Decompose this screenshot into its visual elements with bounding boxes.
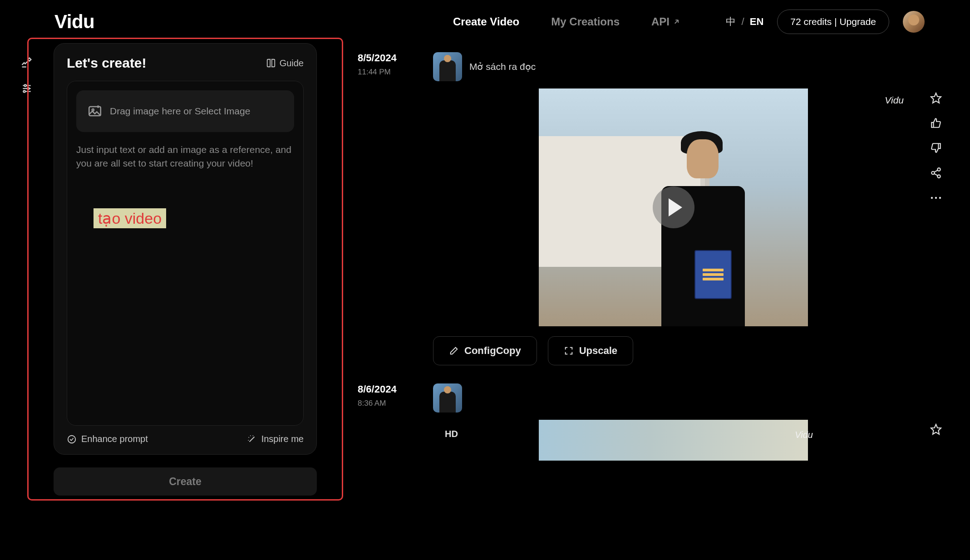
share-icon[interactable] <box>929 166 943 180</box>
create-panel-footer: Enhance prompt Inspire me <box>67 434 304 444</box>
svg-point-8 <box>68 435 76 443</box>
pen-tool-icon[interactable] <box>18 53 36 71</box>
video-watermark: Vidu <box>885 95 904 106</box>
nav-api[interactable]: API <box>651 15 680 28</box>
enhance-prompt-toggle[interactable]: Enhance prompt <box>67 434 148 444</box>
create-column: Let's create! Guide Drag image here or S… <box>54 43 344 496</box>
play-icon <box>669 198 682 216</box>
thumbs-down-icon[interactable] <box>929 141 943 155</box>
lang-separator: / <box>741 16 744 27</box>
app-header: Vidu Create Video My Creations API 中 / E… <box>0 0 970 43</box>
inspire-me-button[interactable]: Inspire me <box>247 434 304 444</box>
wand-icon <box>247 434 257 444</box>
dropzone-label: Drag image here or Select Image <box>110 106 250 117</box>
prompt-card: Drag image here or Select Image Just inp… <box>67 81 304 426</box>
sliders-icon[interactable] <box>18 79 36 98</box>
create-panel-header: Let's create! Guide <box>67 55 304 71</box>
entry-header: Mở sách ra đọc <box>433 52 947 81</box>
svg-line-13 <box>934 170 938 172</box>
guide-link[interactable]: Guide <box>266 58 304 69</box>
lang-cn: 中 <box>726 16 736 27</box>
svg-marker-18 <box>931 424 941 434</box>
svg-point-12 <box>937 175 940 178</box>
svg-point-5 <box>23 90 25 92</box>
svg-marker-9 <box>931 93 941 103</box>
video-preview[interactable]: Vidu <box>433 88 914 326</box>
svg-point-3 <box>25 84 26 86</box>
logo[interactable]: Vidu <box>54 11 94 33</box>
user-avatar[interactable] <box>903 11 925 33</box>
nav-api-label: API <box>651 15 670 28</box>
nav-my-creations[interactable]: My Creations <box>551 15 620 28</box>
entry-date: 8/5/2024 <box>358 52 417 64</box>
star-icon[interactable] <box>929 91 943 105</box>
entry-meta: 8/5/2024 11:44 PM <box>358 52 417 365</box>
credits-upgrade-button[interactable]: 72 credits | Upgrade <box>777 10 889 34</box>
svg-point-4 <box>27 88 29 89</box>
video-footer-buttons: ConfigCopy Upscale <box>433 336 947 365</box>
inspire-label: Inspire me <box>261 434 304 444</box>
image-upload-icon <box>87 103 103 119</box>
guide-label: Guide <box>280 58 304 69</box>
image-dropzone[interactable]: Drag image here or Select Image <box>76 90 294 132</box>
svg-line-14 <box>934 174 938 176</box>
create-button[interactable]: Create <box>54 467 317 496</box>
feed-entry: 8/6/2024 8:36 AM HD Vidu <box>358 383 947 461</box>
video-row: HD Vidu <box>433 420 947 461</box>
svg-point-15 <box>931 197 933 199</box>
svg-point-17 <box>939 197 941 199</box>
enhance-label: Enhance prompt <box>81 434 148 444</box>
creations-feed: 8/5/2024 11:44 PM Mở sách ra đọc <box>358 43 956 496</box>
entry-meta: 8/6/2024 8:36 AM <box>358 383 417 461</box>
book-icon <box>266 58 276 68</box>
video-actions <box>925 420 947 461</box>
svg-point-10 <box>937 168 940 171</box>
more-icon[interactable] <box>929 191 943 205</box>
lang-en: EN <box>750 16 764 27</box>
video-row: Vidu <box>433 88 947 326</box>
prompt-textarea[interactable]: Just input text or add an image as a ref… <box>76 143 294 171</box>
external-link-icon <box>672 18 680 26</box>
config-copy-button[interactable]: ConfigCopy <box>433 336 537 365</box>
create-panel: Let's create! Guide Drag image here or S… <box>54 43 317 455</box>
nav-create-video[interactable]: Create Video <box>453 15 519 28</box>
expand-icon <box>564 346 574 356</box>
header-right: 中 / EN 72 credits | Upgrade <box>726 10 925 34</box>
upscale-button[interactable]: Upscale <box>548 336 633 365</box>
video-actions <box>925 88 947 326</box>
left-rail <box>14 43 40 496</box>
check-circle-icon <box>67 434 77 444</box>
entry-header <box>433 383 947 413</box>
hd-badge: HD <box>445 429 458 439</box>
entry-time: 11:44 PM <box>358 68 417 77</box>
entry-thumbnail[interactable] <box>433 52 462 81</box>
entry-body: HD Vidu <box>433 383 947 461</box>
upscale-label: Upscale <box>579 345 617 357</box>
main-area: Let's create! Guide Drag image here or S… <box>0 43 970 496</box>
svg-point-16 <box>935 197 937 199</box>
feed-entry: 8/5/2024 11:44 PM Mở sách ra đọc <box>358 52 947 365</box>
entry-body: Mở sách ra đọc Vidu <box>433 52 947 365</box>
create-panel-title: Let's create! <box>67 55 147 71</box>
entry-time: 8:36 AM <box>358 399 417 408</box>
svg-point-11 <box>931 172 935 175</box>
top-nav: Create Video My Creations API <box>453 15 680 28</box>
entry-thumbnail[interactable] <box>433 383 462 413</box>
thumbs-up-icon[interactable] <box>929 116 943 130</box>
language-toggle[interactable]: 中 / EN <box>726 15 763 29</box>
video-watermark: Vidu <box>795 430 813 440</box>
star-icon[interactable] <box>929 422 943 436</box>
play-button[interactable] <box>653 187 694 228</box>
edit-icon <box>449 346 459 356</box>
video-preview[interactable]: HD Vidu <box>433 420 914 461</box>
entry-date: 8/6/2024 <box>358 383 417 395</box>
config-copy-label: ConfigCopy <box>464 345 521 357</box>
entry-caption: Mở sách ra đọc <box>469 61 536 72</box>
annotation-label: tạo video <box>94 208 166 228</box>
